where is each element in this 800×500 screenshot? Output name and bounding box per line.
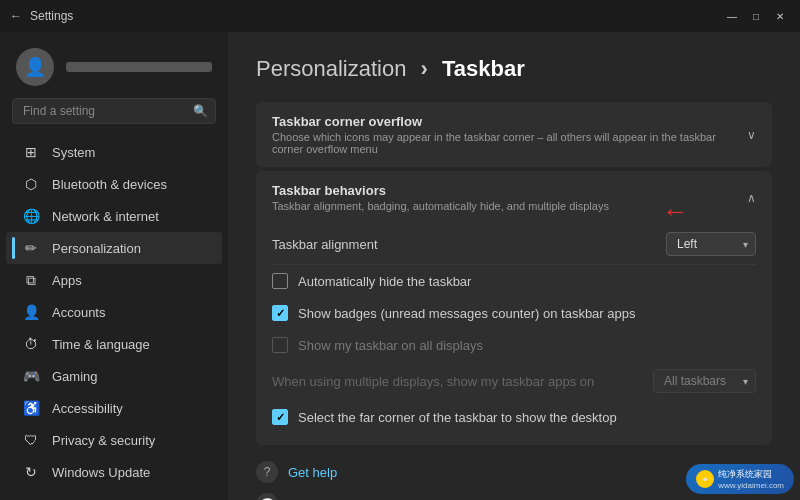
sidebar-item-personalization[interactable]: ✏ Personalization [6,232,222,264]
sidebar-item-label: Accessibility [52,401,123,416]
sidebar-item-label: Gaming [52,369,98,384]
get-help-icon: ? [256,461,278,483]
overflow-title: Taskbar corner overflow [272,114,747,129]
multi-display-label: When using multiple displays, show my ta… [272,374,594,389]
overflow-header[interactable]: Taskbar corner overflow Choose which ico… [256,102,772,167]
sidebar-item-label: System [52,145,95,160]
accounts-icon: 👤 [22,303,40,321]
sidebar-item-label: Personalization [52,241,141,256]
auto-hide-row: Automatically hide the taskbar [272,265,756,297]
window-title: Settings [30,9,73,23]
apps-icon: ⧉ [22,271,40,289]
sidebar-item-time[interactable]: ⏱ Time & language [6,328,222,360]
breadcrumb-parent: Personalization [256,56,406,81]
system-icon: ⊞ [22,143,40,161]
sidebar-item-accounts[interactable]: 👤 Accounts [6,296,222,328]
title-bar: ← Settings — □ ✕ [0,0,800,32]
window-controls: — □ ✕ [722,6,790,26]
privacy-icon: 🛡 [22,431,40,449]
alignment-row: Taskbar alignment Left Center [272,224,756,265]
sidebar-item-label: Apps [52,273,82,288]
watermark: ✦ 纯净系统家园 www.yidaimei.com [686,464,794,494]
time-icon: ⏱ [22,335,40,353]
sidebar-item-label: Accounts [52,305,105,320]
user-profile[interactable]: 👤 [0,32,228,98]
watermark-icon: ✦ [696,470,714,488]
sidebar-item-label: Time & language [52,337,150,352]
sidebar: 👤 🔍 ⊞ System ⬡ Bluetooth & devices 🌐 Net… [0,32,228,500]
watermark-text-1: 纯净系统家园 [718,468,784,481]
sidebar-item-windows-update[interactable]: ↻ Windows Update [6,456,222,488]
sidebar-item-network[interactable]: 🌐 Network & internet [6,200,222,232]
behaviors-chevron: ∧ [747,191,756,205]
minimize-button[interactable]: — [722,6,742,26]
multi-display-row: When using multiple displays, show my ta… [272,361,756,401]
multi-display-dropdown-wrapper: All taskbars [653,369,756,393]
auto-hide-checkbox[interactable] [272,273,288,289]
overflow-chevron: ∨ [747,128,756,142]
multi-display-dropdown: All taskbars [653,369,756,393]
sidebar-item-system[interactable]: ⊞ System [6,136,222,168]
behaviors-description: Taskbar alignment, badging, automaticall… [272,200,609,212]
update-icon: ↻ [22,463,40,481]
all-displays-row: Show my taskbar on all displays [272,329,756,361]
accessibility-icon: ♿ [22,399,40,417]
breadcrumb-current: Taskbar [442,56,525,81]
avatar: 👤 [16,48,54,86]
feedback-icon: 💬 [256,493,278,500]
behaviors-section: Taskbar behaviors Taskbar alignment, bad… [256,171,772,445]
maximize-button[interactable]: □ [746,6,766,26]
badges-row: Show badges (unread messages counter) on… [272,297,756,329]
all-displays-label: Show my taskbar on all displays [298,338,483,353]
alignment-dropdown-wrapper: Left Center [666,232,756,256]
sidebar-item-label: Network & internet [52,209,159,224]
all-displays-checkbox [272,337,288,353]
sidebar-item-label: Privacy & security [52,433,155,448]
behaviors-header[interactable]: Taskbar behaviors Taskbar alignment, bad… [256,171,772,224]
page-title: Personalization › Taskbar [256,56,772,82]
overflow-header-text: Taskbar corner overflow Choose which ico… [272,114,747,155]
bluetooth-icon: ⬡ [22,175,40,193]
sidebar-item-privacy[interactable]: 🛡 Privacy & security [6,424,222,456]
overflow-description: Choose which icons may appear in the tas… [272,131,747,155]
badges-checkbox[interactable] [272,305,288,321]
search-icon: 🔍 [193,104,208,118]
far-corner-checkbox[interactable] [272,409,288,425]
network-icon: 🌐 [22,207,40,225]
sidebar-item-apps[interactable]: ⧉ Apps [6,264,222,296]
behaviors-header-text: Taskbar behaviors Taskbar alignment, bad… [272,183,609,212]
content-area: Personalization › Taskbar Taskbar corner… [228,32,800,500]
search-input[interactable] [12,98,216,124]
user-name-placeholder [66,62,212,72]
feedback-link[interactable]: 💬 Give feedback [256,493,772,500]
close-button[interactable]: ✕ [770,6,790,26]
sidebar-item-label: Bluetooth & devices [52,177,167,192]
sidebar-item-bluetooth[interactable]: ⬡ Bluetooth & devices [6,168,222,200]
overflow-section: Taskbar corner overflow Choose which ico… [256,102,772,167]
search-container: 🔍 [12,98,216,124]
far-corner-label: Select the far corner of the taskbar to … [298,410,617,425]
sidebar-item-gaming[interactable]: 🎮 Gaming [6,360,222,392]
alignment-dropdown[interactable]: Left Center [666,232,756,256]
feedback-label: Give feedback [288,497,371,501]
personalization-icon: ✏ [22,239,40,257]
sidebar-nav: ⊞ System ⬡ Bluetooth & devices 🌐 Network… [0,132,228,500]
sidebar-item-label: Windows Update [52,465,150,480]
behaviors-content: Taskbar alignment Left Center Automatica… [256,224,772,445]
auto-hide-label: Automatically hide the taskbar [298,274,471,289]
behaviors-title: Taskbar behaviors [272,183,609,198]
sidebar-item-accessibility[interactable]: ♿ Accessibility [6,392,222,424]
app-body: 👤 🔍 ⊞ System ⬡ Bluetooth & devices 🌐 Net… [0,32,800,500]
watermark-text-2: www.yidaimei.com [718,481,784,490]
alignment-label: Taskbar alignment [272,237,378,252]
badges-label: Show badges (unread messages counter) on… [298,306,635,321]
breadcrumb-arrow: › [421,56,428,81]
back-button[interactable]: ← [10,9,22,23]
far-corner-row: Select the far corner of the taskbar to … [272,401,756,433]
get-help-label: Get help [288,465,337,480]
gaming-icon: 🎮 [22,367,40,385]
